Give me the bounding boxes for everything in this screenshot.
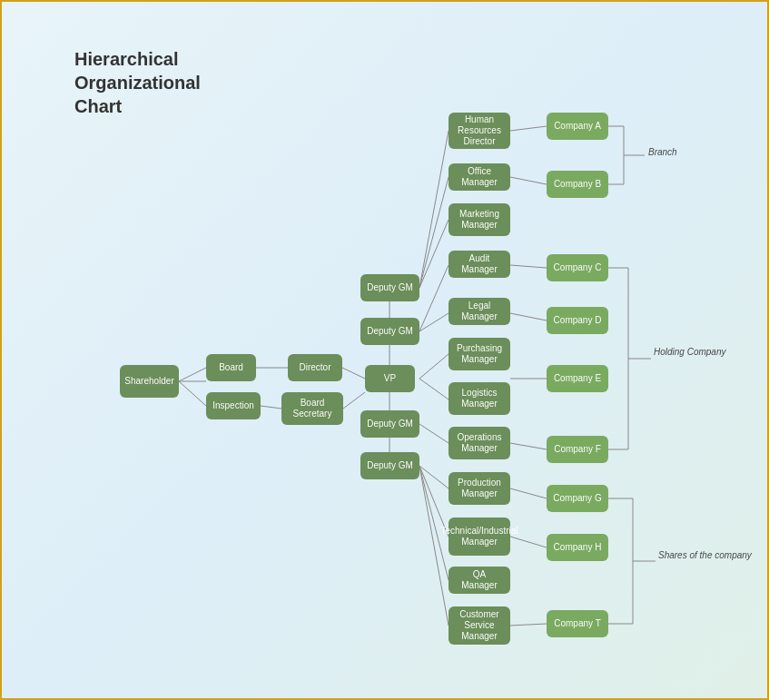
svg-line-12 [419,265,449,331]
svg-line-13 [419,313,449,331]
node-purchasing-manager: Purchasing Manager [449,338,510,370]
svg-line-16 [419,424,449,443]
node-operations-manager: Operations Manager [449,427,510,459]
svg-line-26 [510,443,547,449]
node-company-b: Company B [547,171,608,198]
node-marketing-manager: Marketing Manager [449,203,510,236]
svg-line-29 [510,624,547,626]
node-shareholder: Shareholder [120,365,179,398]
svg-line-23 [510,265,547,268]
node-office-manager: Office Manager [449,163,510,191]
node-production-manager: Production Manager [449,472,510,505]
node-board-secretary: Board Secretary [281,392,343,425]
org-chart: Shareholder Board Inspection Director Bo… [56,29,764,683]
node-company-e: Company E [547,365,608,392]
node-logistics-manager: Logistics Manager [449,382,510,415]
node-hr-director: Human Resources Director [449,113,510,149]
label-shares: Shares of the company [658,550,752,560]
node-vp: VP [365,365,415,392]
svg-line-4 [261,406,281,409]
label-branch: Branch [648,147,677,157]
node-company-f: Company F [547,436,608,463]
svg-line-0 [179,368,206,381]
svg-line-19 [419,466,449,580]
node-company-c: Company C [547,254,608,281]
node-audit-manager: Audit Manager [449,251,510,278]
node-deputy-gm1: Deputy GM [360,274,419,301]
node-deputy-gm4: Deputy GM [360,452,419,479]
svg-line-24 [510,313,547,320]
label-holding: Holding Company [654,347,726,357]
svg-line-21 [510,126,547,131]
node-customer-service: Customer Service Manager [449,606,510,645]
node-company-g: Company G [547,485,608,512]
svg-line-10 [419,177,449,288]
svg-line-17 [419,466,449,488]
node-board: Board [206,354,256,381]
svg-line-14 [419,354,449,379]
svg-line-22 [510,177,547,184]
node-company-h: Company H [547,534,608,561]
node-inspection: Inspection [206,392,261,419]
svg-line-5 [342,368,365,379]
svg-line-27 [510,488,547,498]
node-deputy-gm3: Deputy GM [360,410,419,438]
node-director: Director [288,354,342,381]
node-legal-manager: Legal Manager [449,298,510,325]
node-technical-manager: Technical/Industrial Manager [449,518,510,556]
node-company-d: Company D [547,307,608,334]
svg-line-11 [419,220,449,288]
node-company-t: Company T [547,610,608,637]
node-qa-manager: QA Manager [449,567,510,594]
page: Hierarchical Organizational Chart [2,2,767,698]
svg-line-6 [343,392,365,409]
svg-line-1 [179,381,206,406]
svg-line-9 [419,131,449,288]
node-company-a: Company A [547,113,608,140]
svg-line-15 [419,379,449,399]
node-deputy-gm2: Deputy GM [360,318,419,345]
